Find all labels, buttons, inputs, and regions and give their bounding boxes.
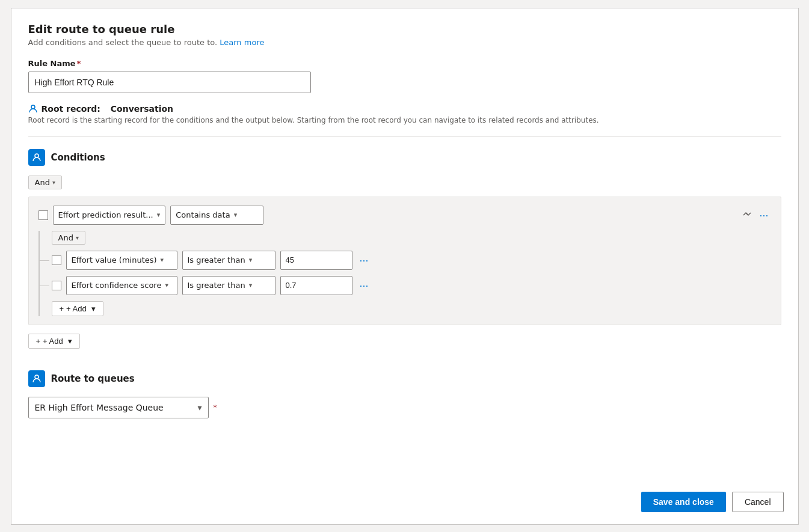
contains-data-chevron-icon: ▾	[234, 211, 238, 219]
rule-name-label: Rule Name*	[28, 59, 781, 68]
contains-data-operator-select[interactable]: Contains data ▾	[170, 206, 263, 225]
route-icon	[28, 370, 45, 387]
footer-buttons: Save and close Cancel	[641, 492, 784, 512]
effort-value-input[interactable]	[280, 251, 352, 270]
root-record-label: Root record: Conversation	[28, 104, 781, 114]
route-section-title: Route to queues	[51, 373, 135, 384]
outer-add-plus-icon: +	[36, 337, 41, 346]
expand-icon	[742, 209, 752, 219]
dialog-subtitle: Add conditions and select the queue to r…	[28, 38, 781, 47]
effort-confidence-operator-select[interactable]: Is greater than ▾	[182, 276, 275, 295]
svg-point-1	[35, 154, 38, 157]
queue-select-container: ER High Effort Message Queue ▾ *	[28, 397, 781, 418]
subtitle-text: Add conditions and select the queue to r…	[28, 38, 220, 47]
effort-prediction-chevron-icon: ▾	[157, 211, 161, 219]
conditions-icon	[28, 149, 45, 166]
conditions-svg-icon	[32, 153, 42, 162]
effort-confidence-field-select[interactable]: Effort confidence score ▾	[66, 276, 177, 295]
dialog-title: Edit route to queue rule	[28, 23, 781, 35]
outer-and-badge[interactable]: And ▾	[28, 176, 62, 189]
effort-confidence-value-input[interactable]	[280, 276, 352, 295]
svg-point-0	[31, 105, 35, 109]
effort-value-checkbox[interactable]	[52, 255, 61, 265]
inner-add-button[interactable]: + + Add ▾	[52, 301, 103, 316]
effort-confidence-more-button[interactable]: ···	[357, 280, 371, 291]
save-and-close-button[interactable]: Save and close	[641, 492, 726, 512]
outer-add-chevron-icon: ▾	[68, 337, 72, 346]
outer-add-button[interactable]: + + Add ▾	[28, 334, 80, 349]
effort-confidence-checkbox[interactable]	[52, 281, 61, 290]
effort-value-operator-select[interactable]: Is greater than ▾	[182, 251, 275, 270]
inner-add-plus-icon: +	[60, 304, 64, 313]
queue-dropdown-chevron-icon: ▾	[197, 403, 201, 412]
edit-rule-dialog: Edit route to queue rule Add conditions …	[11, 8, 799, 525]
conditions-section-header: Conditions	[28, 149, 781, 166]
inner-and-badge[interactable]: And ▾	[52, 231, 85, 245]
conditions-title: Conditions	[51, 152, 105, 163]
top-condition-checkbox[interactable]	[38, 210, 48, 220]
cancel-button[interactable]: Cancel	[732, 492, 784, 512]
inner-condition-group: And ▾ Effort value (minutes) ▾ Is greate…	[38, 231, 771, 316]
conditions-area: And ▾ Effort prediction result... ▾ Cont…	[28, 176, 781, 349]
effort-prediction-field-select[interactable]: Effort prediction result... ▾	[53, 206, 166, 225]
effort-confidence-field-chevron-icon: ▾	[165, 281, 168, 289]
effort-value-more-button[interactable]: ···	[357, 255, 371, 266]
effort-value-condition-row: Effort value (minutes) ▾ Is greater than…	[52, 251, 771, 270]
expand-button[interactable]	[742, 209, 752, 221]
effort-confidence-operator-chevron-icon: ▾	[249, 281, 253, 289]
top-row-more-button[interactable]: ···	[757, 210, 771, 221]
svg-point-2	[35, 375, 38, 379]
queue-dropdown[interactable]: ER High Effort Message Queue ▾	[28, 397, 209, 418]
effort-value-field-chevron-icon: ▾	[161, 256, 164, 264]
route-section-header: Route to queues	[28, 370, 781, 387]
effort-value-field-select[interactable]: Effort value (minutes) ▾	[66, 251, 177, 270]
route-svg-icon	[32, 374, 42, 384]
person-icon	[28, 104, 38, 114]
effort-confidence-condition-row: Effort confidence score ▾ Is greater tha…	[52, 276, 771, 295]
queue-required-marker: *	[214, 403, 217, 412]
inner-and-chevron-icon: ▾	[76, 234, 79, 241]
condition-group: Effort prediction result... ▾ Contains d…	[28, 197, 781, 325]
root-record-section: Root record: Conversation Root record is…	[28, 104, 781, 124]
inner-add-chevron-icon: ▾	[91, 304, 96, 313]
route-to-queues-section: Route to queues ER High Effort Message Q…	[28, 370, 781, 418]
learn-more-link[interactable]: Learn more	[220, 38, 264, 47]
root-record-description: Root record is the starting record for t…	[28, 116, 781, 124]
top-condition-row: Effort prediction result... ▾ Contains d…	[38, 206, 771, 225]
effort-value-operator-chevron-icon: ▾	[249, 256, 253, 264]
rule-name-input[interactable]	[28, 72, 311, 93]
and-chevron-icon: ▾	[52, 179, 55, 186]
